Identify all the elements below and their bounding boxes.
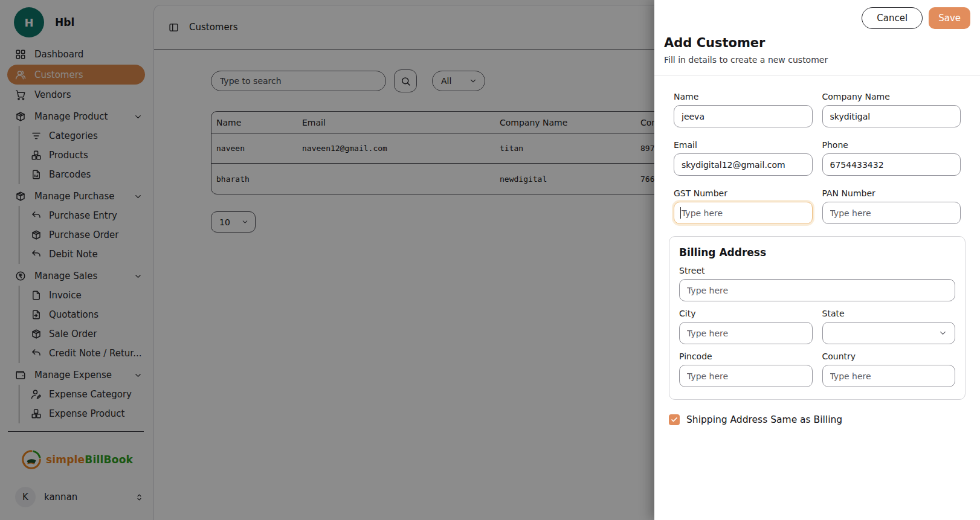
shipping-same-row: Shipping Address Same as Billing — [669, 414, 965, 425]
billing-address-title: Billing Address — [679, 246, 955, 258]
email-label: Email — [674, 140, 813, 150]
gst-number-input[interactable] — [674, 202, 813, 224]
city-label: City — [679, 309, 813, 318]
city-field: City — [679, 309, 813, 344]
state-label: State — [822, 309, 956, 318]
shipping-same-checkbox[interactable] — [669, 414, 680, 425]
street-field: Street — [679, 266, 955, 301]
pincode-input[interactable] — [679, 365, 813, 387]
company-name-input[interactable] — [822, 105, 961, 127]
country-field: Country — [822, 351, 956, 387]
street-label: Street — [679, 266, 955, 275]
drawer-subtitle: Fill in details to create a new customer — [664, 55, 970, 65]
country-label: Country — [822, 351, 956, 361]
cancel-button[interactable]: Cancel — [862, 7, 923, 29]
gst-number-field: GST Number — [674, 188, 813, 224]
company-name-label: Company Name — [822, 92, 961, 101]
street-input[interactable] — [679, 279, 955, 301]
city-input[interactable] — [679, 322, 813, 344]
save-button[interactable]: Save — [929, 7, 970, 29]
drawer-header: Cancel Save Add Customer Fill in details… — [654, 0, 980, 75]
name-input[interactable] — [674, 105, 813, 127]
name-field: Name — [674, 92, 813, 127]
drawer-body: Name Company Name Email Phone GST Number — [654, 75, 980, 425]
phone-field: Phone — [822, 140, 961, 176]
pan-number-input[interactable] — [822, 202, 961, 224]
email-field: Email — [674, 140, 813, 176]
country-input[interactable] — [822, 365, 956, 387]
phone-label: Phone — [822, 140, 961, 150]
shipping-same-label: Shipping Address Same as Billing — [686, 414, 842, 425]
state-field: State — [822, 309, 956, 344]
chevron-down-icon — [938, 329, 947, 338]
pincode-field: Pincode — [679, 351, 813, 387]
gst-number-label: GST Number — [674, 188, 813, 198]
company-name-field: Company Name — [822, 92, 961, 127]
name-label: Name — [674, 92, 813, 101]
email-input[interactable] — [674, 153, 813, 176]
drawer-title: Add Customer — [664, 36, 970, 50]
add-customer-drawer: Cancel Save Add Customer Fill in details… — [654, 0, 980, 520]
text-cursor — [680, 207, 681, 219]
pincode-label: Pincode — [679, 351, 813, 361]
phone-input[interactable] — [822, 153, 961, 176]
pan-number-label: PAN Number — [822, 188, 961, 198]
check-icon — [671, 416, 678, 423]
billing-address-section: Billing Address Street City State — [669, 236, 965, 400]
state-select[interactable] — [822, 322, 956, 344]
pan-number-field: PAN Number — [822, 188, 961, 224]
